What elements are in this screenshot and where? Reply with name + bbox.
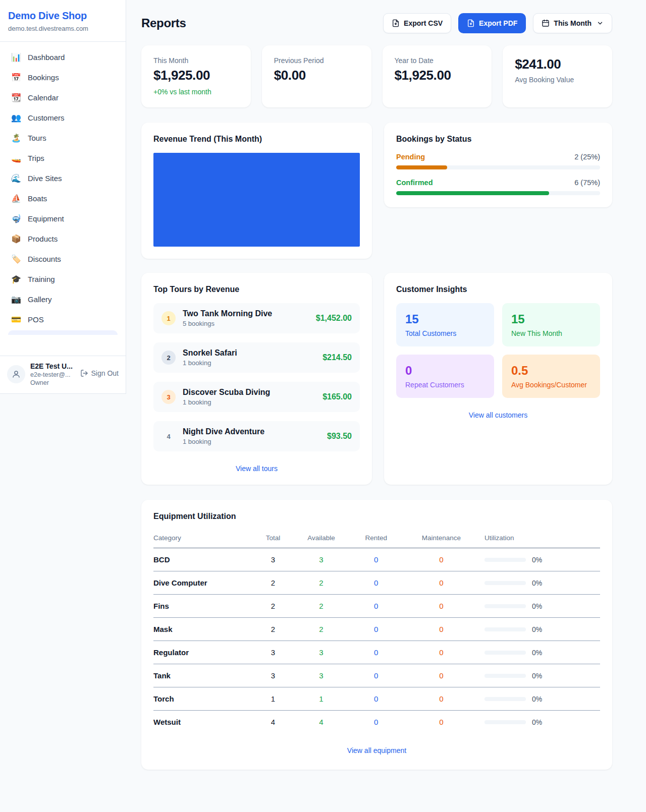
col-maintenance: Maintenance bbox=[401, 529, 481, 548]
sidebar-item-customers[interactable]: 👥 Customers bbox=[4, 108, 122, 128]
sidebar-item-label: Trips bbox=[28, 154, 44, 162]
sidebar-item-reports-partial[interactable] bbox=[8, 330, 118, 335]
tour-amount: $214.50 bbox=[322, 353, 352, 362]
utilization-bar bbox=[484, 581, 526, 585]
status-bar-track bbox=[396, 165, 600, 169]
cell-rented: 0 bbox=[351, 664, 401, 687]
package-icon: 📦 bbox=[11, 234, 21, 244]
period-dropdown[interactable]: This Month bbox=[533, 13, 612, 33]
view-all-equipment-link[interactable]: View all equipment bbox=[153, 746, 600, 755]
equipment-utilization-card: Equipment Utilization Category Total Ava… bbox=[141, 500, 612, 770]
cell-total: 4 bbox=[255, 711, 291, 734]
stat-label: Year to Date bbox=[395, 56, 480, 65]
cell-category: Wetsuit bbox=[153, 711, 255, 734]
view-all-tours-link[interactable]: View all tours bbox=[153, 465, 360, 473]
sidebar-item-label: Bookings bbox=[28, 73, 59, 82]
graduation-cap-icon: 🎓 bbox=[11, 274, 21, 284]
page-title: Reports bbox=[141, 16, 186, 30]
table-row: Torch 1 1 0 0 0% bbox=[153, 687, 600, 711]
sidebar-item-trips[interactable]: 🚤 Trips bbox=[4, 148, 122, 168]
cell-maintenance: 0 bbox=[401, 664, 481, 687]
user-info: E2E Test U... e2e-tester@... Owner bbox=[30, 362, 73, 386]
sidebar: Demo Dive Shop demo.test.divestreams.com… bbox=[0, 0, 126, 394]
cell-category: Mask bbox=[153, 618, 255, 641]
sidebar-item-label: Dive Sites bbox=[28, 174, 62, 183]
sidebar-item-dashboard[interactable]: 📊 Dashboard bbox=[4, 47, 122, 67]
equipment-utilization-title: Equipment Utilization bbox=[153, 512, 600, 521]
status-label: Pending bbox=[396, 153, 425, 161]
bookings-calendar-icon: 📅 bbox=[11, 73, 21, 82]
tile-new-this-month: 15 New This Month bbox=[502, 303, 600, 346]
table-row: Regulator 3 3 0 0 0% bbox=[153, 641, 600, 664]
tile-label: Avg Bookings/Customer bbox=[511, 381, 591, 389]
sidebar-item-gallery[interactable]: 📷 Gallery bbox=[4, 289, 122, 309]
sidebar-item-discounts[interactable]: 🏷️ Discounts bbox=[4, 249, 122, 269]
cell-rented: 0 bbox=[351, 548, 401, 571]
utilization-percent: 0% bbox=[532, 579, 542, 587]
rank-badge: 2 bbox=[162, 351, 176, 365]
sidebar-item-products[interactable]: 📦 Products bbox=[4, 229, 122, 249]
island-icon: 🏝️ bbox=[11, 133, 21, 143]
person-icon bbox=[12, 370, 21, 379]
sidebar-header: Demo Dive Shop demo.test.divestreams.com bbox=[0, 0, 126, 42]
user-role: Owner bbox=[30, 379, 73, 386]
cell-total: 3 bbox=[255, 664, 291, 687]
utilization-bar bbox=[484, 674, 526, 678]
tile-repeat-customers: 0 Repeat Customers bbox=[396, 355, 494, 398]
header-actions: Export CSV Export PDF This Month bbox=[383, 13, 612, 33]
sidebar-item-bookings[interactable]: 📅 Bookings bbox=[4, 68, 122, 87]
view-all-customers-link[interactable]: View all customers bbox=[396, 411, 600, 419]
col-total: Total bbox=[255, 529, 291, 548]
cell-maintenance: 0 bbox=[401, 687, 481, 711]
status-bar-fill bbox=[396, 165, 447, 169]
tour-bookings: 5 bookings bbox=[183, 320, 272, 327]
tile-total-customers: 15 Total Customers bbox=[396, 303, 494, 346]
sidebar-item-dive-sites[interactable]: 🌊 Dive Sites bbox=[4, 168, 122, 188]
customer-insights-card: Customer Insights 15 Total Customers 15 … bbox=[384, 273, 612, 485]
tile-label: Repeat Customers bbox=[405, 381, 485, 389]
status-count: 6 (75%) bbox=[574, 179, 600, 187]
stat-card-avg-booking-value: $241.00 Avg Booking Value bbox=[503, 45, 612, 107]
sidebar-item-pos[interactable]: 💳 POS bbox=[4, 310, 122, 329]
stat-value: $1,925.00 bbox=[153, 68, 239, 83]
file-download-icon bbox=[467, 19, 475, 27]
sailboat-icon: ⛵ bbox=[11, 194, 21, 203]
sign-out-button[interactable]: Sign Out bbox=[80, 369, 119, 377]
tour-name: Snorkel Safari bbox=[183, 349, 237, 358]
export-pdf-button[interactable]: Export PDF bbox=[458, 13, 526, 33]
cell-total: 2 bbox=[255, 595, 291, 618]
export-csv-button[interactable]: Export CSV bbox=[383, 13, 451, 33]
sidebar-item-tours[interactable]: 🏝️ Tours bbox=[4, 128, 122, 148]
table-row: Dive Computer 2 2 0 0 0% bbox=[153, 571, 600, 595]
tile-value: 0 bbox=[405, 364, 485, 378]
table-row: Wetsuit 4 4 0 0 0% bbox=[153, 711, 600, 734]
utilization-percent: 0% bbox=[532, 695, 542, 703]
cell-available: 2 bbox=[291, 571, 351, 595]
utilization-bar bbox=[484, 604, 526, 608]
cell-rented: 0 bbox=[351, 618, 401, 641]
utilization-percent: 0% bbox=[532, 602, 542, 610]
sidebar-item-label: Calendar bbox=[28, 93, 59, 102]
sidebar-item-equipment[interactable]: 🤿 Equipment bbox=[4, 209, 122, 228]
cell-maintenance: 0 bbox=[401, 571, 481, 595]
rank-badge: 4 bbox=[162, 429, 176, 443]
top-tours-title: Top Tours by Revenue bbox=[153, 285, 360, 294]
utilization-bar bbox=[484, 720, 526, 724]
cell-rented: 0 bbox=[351, 711, 401, 734]
status-row-confirmed: Confirmed 6 (75%) bbox=[396, 179, 600, 195]
user-name: E2E Test U... bbox=[30, 362, 73, 370]
main-content: Reports Export CSV Export PDF This Month… bbox=[126, 0, 646, 790]
tile-label: Total Customers bbox=[405, 329, 485, 337]
sidebar-item-boats[interactable]: ⛵ Boats bbox=[4, 189, 122, 208]
top-tours-card: Top Tours by Revenue 1 Two Tank Morning … bbox=[141, 273, 372, 485]
table-row: Fins 2 2 0 0 0% bbox=[153, 595, 600, 618]
utilization-bar bbox=[484, 558, 526, 562]
cell-available: 2 bbox=[291, 618, 351, 641]
charts-row: Revenue Trend (This Month) Bookings by S… bbox=[141, 123, 612, 259]
cell-category: Dive Computer bbox=[153, 571, 255, 595]
sidebar-item-calendar[interactable]: 📆 Calendar bbox=[4, 88, 122, 107]
tour-row: 4 Night Dive Adventure 1 booking $93.50 bbox=[153, 421, 360, 451]
cell-total: 3 bbox=[255, 548, 291, 571]
sidebar-item-training[interactable]: 🎓 Training bbox=[4, 269, 122, 289]
sidebar-item-label: Discounts bbox=[28, 255, 61, 263]
